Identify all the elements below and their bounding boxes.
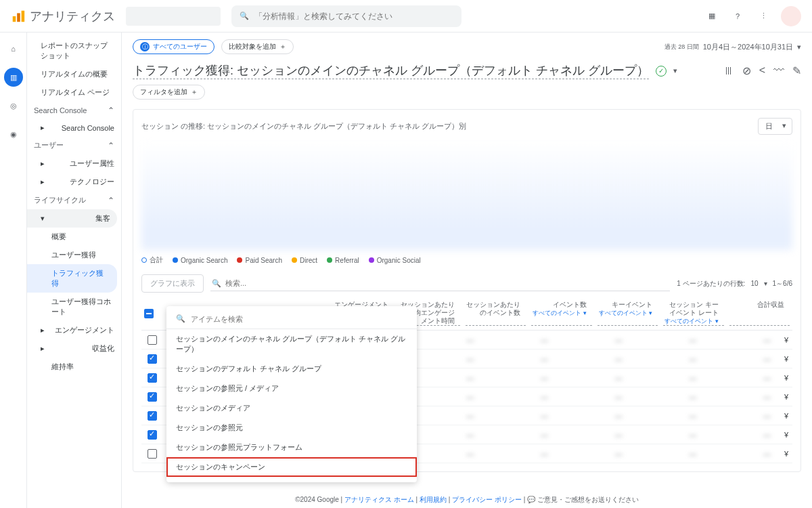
add-comparison-button[interactable]: 比較対象を追加＋ bbox=[221, 39, 294, 54]
checkbox[interactable] bbox=[148, 430, 157, 440]
line-chart[interactable] bbox=[141, 142, 792, 250]
legend-swatch bbox=[173, 257, 178, 263]
sidebar-realtime-overview[interactable]: リアルタイムの概要 bbox=[27, 65, 121, 83]
rail-home-icon[interactable]: ⌂ bbox=[4, 39, 23, 58]
sidebar-monetize[interactable]: ▸ 収益化 bbox=[27, 339, 121, 358]
dropdown-item[interactable]: セッションのキャンペーン bbox=[166, 457, 417, 477]
td-metric: — bbox=[628, 431, 702, 439]
checkbox[interactable] bbox=[148, 335, 157, 345]
table-search-input[interactable] bbox=[225, 279, 669, 287]
footer-feedback[interactable]: ご意見・ご感想をお送りください bbox=[537, 496, 639, 503]
insights-icon[interactable]: ⊘ bbox=[742, 64, 751, 77]
chevron-down-icon[interactable]: ▾ bbox=[673, 66, 677, 75]
dropdown-item[interactable]: セッションのメディア bbox=[166, 398, 417, 418]
legend-item[interactable]: Organic Search bbox=[173, 255, 227, 265]
td-check[interactable] bbox=[141, 392, 163, 402]
dropdown-item[interactable]: セッションの参照元 / メディア bbox=[166, 379, 417, 398]
legend-item[interactable]: 合計 bbox=[141, 255, 163, 265]
date-range-picker[interactable]: 過去 28 日間 10月4日～2024年10月31日 ▾ bbox=[664, 42, 801, 52]
sidebar-retention[interactable]: 維持率 bbox=[27, 358, 121, 376]
sidebar-traffic-acq[interactable]: トラフィック獲得 bbox=[27, 264, 117, 293]
segment-all-users[interactable]: ⓘすべてのユーザー bbox=[133, 39, 215, 54]
sidebar-user-acq[interactable]: ユーザー獲得 bbox=[27, 246, 121, 264]
td-metric: — bbox=[479, 431, 554, 439]
segment-badge: ⓘ bbox=[140, 42, 150, 51]
th-metric[interactable]: 合計収益 bbox=[729, 301, 790, 326]
dropdown-item[interactable]: セッションの参照元プラットフォーム bbox=[166, 438, 417, 457]
apps-icon[interactable]: ▦ bbox=[704, 8, 720, 24]
customize-icon[interactable]: ⫼ bbox=[723, 64, 734, 77]
status-ok-icon[interactable]: ✓ bbox=[656, 66, 667, 77]
td-metric: — bbox=[628, 336, 702, 344]
add-filter-button[interactable]: フィルタを追加＋ bbox=[133, 85, 205, 100]
td-metric: — bbox=[628, 412, 702, 420]
sidebar-technology[interactable]: ▸ テクノロジー bbox=[27, 173, 121, 191]
sidebar-user-attr[interactable]: ▸ ユーザー属性 bbox=[27, 154, 121, 173]
sidebar-searchconsole[interactable]: ▸ Search Console bbox=[27, 119, 121, 136]
sidebar-section-searchconsole[interactable]: Search Console⌃ bbox=[27, 102, 121, 119]
rail-reports-icon[interactable]: ▥ bbox=[4, 68, 23, 87]
trend-icon[interactable]: 〰 bbox=[773, 64, 784, 77]
td-check[interactable] bbox=[141, 411, 163, 421]
search-icon: 🔍 bbox=[240, 12, 249, 20]
th-metric[interactable]: セッション キーイベント レートすべてのイベント ▾ bbox=[663, 301, 723, 326]
plus-icon: ＋ bbox=[191, 87, 198, 97]
th-metric[interactable]: キーイベントすべてのイベント ▾ bbox=[597, 301, 658, 326]
dropdown-item[interactable]: セッションの参照元 bbox=[166, 418, 417, 438]
legend-item[interactable]: Direct bbox=[292, 255, 317, 265]
checkbox[interactable] bbox=[148, 449, 157, 459]
app-logo[interactable]: アナリティクス bbox=[11, 8, 115, 24]
td-metric: — bbox=[628, 374, 702, 382]
chevron-down-icon[interactable]: ▾ bbox=[764, 280, 767, 287]
legend-item[interactable]: Referral bbox=[327, 255, 359, 265]
checkbox[interactable] bbox=[148, 411, 157, 421]
td-metric: — bbox=[479, 336, 554, 344]
checkbox-partial[interactable] bbox=[144, 309, 154, 318]
sidebar-acquisition[interactable]: ▾ 集客 bbox=[27, 209, 117, 228]
property-selector[interactable] bbox=[126, 7, 221, 26]
footer-link-terms[interactable]: 利用規約 bbox=[420, 496, 447, 503]
td-check[interactable] bbox=[141, 335, 163, 345]
th-metric[interactable]: イベント数すべてのイベント ▾ bbox=[531, 301, 591, 326]
dropdown-search-input[interactable] bbox=[191, 315, 407, 323]
rows-per-page-value[interactable]: 10 bbox=[750, 280, 758, 287]
td-check[interactable] bbox=[141, 430, 163, 440]
sidebar-engagement[interactable]: ▸ エンゲージメント bbox=[27, 321, 121, 339]
checkbox[interactable] bbox=[148, 354, 157, 364]
legend-item[interactable]: Paid Search bbox=[237, 255, 281, 265]
rail-ads-icon[interactable]: ◉ bbox=[4, 125, 23, 144]
td-metric: — bbox=[702, 374, 776, 382]
show-in-chart-button[interactable]: グラフに表示 bbox=[141, 274, 204, 293]
avatar[interactable] bbox=[781, 6, 801, 26]
sidebar-acq-overview[interactable]: 概要 bbox=[27, 228, 121, 246]
checkbox[interactable] bbox=[148, 392, 157, 402]
sidebar-user-cohort[interactable]: ユーザー獲得コホート bbox=[27, 293, 121, 321]
sidebar-section-user[interactable]: ユーザー⌃ bbox=[27, 136, 121, 154]
edit-icon[interactable]: ✎ bbox=[792, 64, 801, 77]
td-check[interactable] bbox=[141, 449, 163, 459]
table-search[interactable]: 🔍 bbox=[210, 276, 670, 291]
dropdown-item[interactable]: セッションのデフォルト チャネル グループ bbox=[166, 359, 417, 379]
dropdown-search[interactable]: 🔍 bbox=[166, 312, 417, 329]
checkbox[interactable] bbox=[148, 373, 157, 383]
footer-link-home[interactable]: アナリティクス ホーム bbox=[344, 496, 414, 503]
global-search[interactable]: 🔍 bbox=[231, 5, 461, 27]
help-icon[interactable]: ? bbox=[729, 8, 746, 24]
td-check[interactable] bbox=[141, 373, 163, 383]
granularity-select[interactable]: 日 ▾ bbox=[758, 118, 792, 135]
sidebar-realtime-page[interactable]: リアルタイム ページ bbox=[27, 83, 121, 102]
dropdown-item[interactable]: セッションのメインのチャネル グループ（デフォルト チャネル グループ） bbox=[166, 329, 417, 359]
td-metric: — bbox=[479, 412, 554, 420]
rail-explore-icon[interactable]: ◎ bbox=[4, 96, 23, 115]
legend-item[interactable]: Organic Social bbox=[369, 255, 421, 265]
sidebar-snapshot[interactable]: レポートのスナップショット bbox=[27, 37, 121, 65]
rows-per-page-label: 1 ページあたりの行数: bbox=[677, 279, 745, 289]
sidebar-section-lifecycle[interactable]: ライフサイクル⌃ bbox=[27, 191, 121, 209]
segment-bar: ⓘすべてのユーザー 比較対象を追加＋ 過去 28 日間 10月4日～2024年1… bbox=[133, 39, 801, 54]
share-icon[interactable]: < bbox=[759, 64, 765, 77]
more-icon[interactable]: ⋮ bbox=[755, 8, 771, 24]
th-metric[interactable]: セッションあたりのイベント数 bbox=[466, 301, 526, 326]
search-input[interactable] bbox=[254, 12, 453, 21]
td-check[interactable] bbox=[141, 354, 163, 364]
footer-link-privacy[interactable]: プライバシー ポリシー bbox=[452, 496, 522, 503]
